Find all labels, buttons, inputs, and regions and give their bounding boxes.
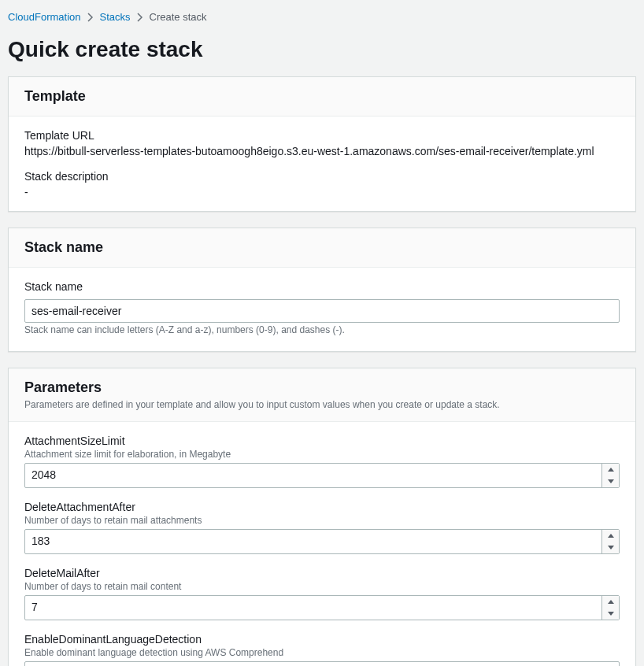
page-title: Quick create stack <box>8 37 636 62</box>
param-value[interactable]: 7 <box>25 596 601 620</box>
param-number-input[interactable]: 2048 <box>24 463 620 488</box>
param-help: Number of days to retain mail attachment… <box>24 515 620 526</box>
breadcrumb-link-stacks[interactable]: Stacks <box>100 11 131 23</box>
param-label: DeleteMailAfter <box>24 567 620 579</box>
param-number-input[interactable]: 7 <box>24 595 620 620</box>
parameters-subtitle: Parameters are defined in your template … <box>24 399 620 410</box>
parameters-panel-header: Parameters Parameters are defined in you… <box>9 368 635 422</box>
param-help: Number of days to retain mail content <box>24 581 620 592</box>
caret-down-icon[interactable] <box>597 662 619 666</box>
param-value[interactable]: 2048 <box>25 464 601 487</box>
number-stepper-icon[interactable] <box>601 464 619 487</box>
stack-name-input[interactable] <box>24 299 620 323</box>
param-help: Attachment size limit for elaboration, i… <box>24 449 620 460</box>
param-label: EnableDominantLanguageDetection <box>24 633 620 646</box>
param-value[interactable]: ENABLED <box>25 662 597 666</box>
param-delete-mail-after: DeleteMailAfter Number of days to retain… <box>24 567 620 620</box>
template-panel-header: Template <box>9 77 635 117</box>
stack-description-field: Stack description - <box>24 170 620 198</box>
param-value[interactable]: 183 <box>25 530 601 553</box>
stack-name-panel-header: Stack name <box>9 228 635 268</box>
breadcrumb-link-cloudformation[interactable]: CloudFormation <box>8 11 81 23</box>
param-label: AttachmentSizeLimit <box>24 435 620 447</box>
param-delete-attachment-after: DeleteAttachmentAfter Number of days to … <box>24 501 620 554</box>
param-label: DeleteAttachmentAfter <box>24 501 620 513</box>
template-url-value: https://bitbull-serverless-templates-but… <box>24 145 620 157</box>
param-attachment-size-limit: AttachmentSizeLimit Attachment size limi… <box>24 435 620 488</box>
param-help: Enable dominant language detection using… <box>24 647 620 658</box>
param-enable-dominant-language-detection: EnableDominantLanguageDetection Enable d… <box>24 633 620 666</box>
template-url-label: Template URL <box>24 129 620 142</box>
stack-name-label: Stack name <box>24 280 620 293</box>
breadcrumb-current: Create stack <box>150 11 207 23</box>
number-stepper-icon[interactable] <box>601 596 619 620</box>
stack-description-value: - <box>24 186 620 198</box>
stack-name-help: Stack name can include letters (A-Z and … <box>24 324 620 335</box>
chevron-right-icon <box>137 13 143 22</box>
param-number-input[interactable]: 183 <box>24 529 620 554</box>
parameters-panel: Parameters Parameters are defined in you… <box>8 368 636 666</box>
chevron-right-icon <box>87 13 94 22</box>
number-stepper-icon[interactable] <box>601 530 619 553</box>
parameters-heading: Parameters <box>24 379 620 396</box>
stack-name-panel: Stack name Stack name Stack name can inc… <box>8 228 636 352</box>
breadcrumb: CloudFormation Stacks Create stack <box>8 8 636 32</box>
stack-name-heading: Stack name <box>24 239 620 256</box>
template-panel: Template Template URL https://bitbull-se… <box>8 76 636 212</box>
stack-description-label: Stack description <box>24 170 620 183</box>
template-url-field: Template URL https://bitbull-serverless-… <box>24 129 620 157</box>
template-heading: Template <box>24 88 620 105</box>
param-select[interactable]: ENABLED <box>24 661 620 666</box>
